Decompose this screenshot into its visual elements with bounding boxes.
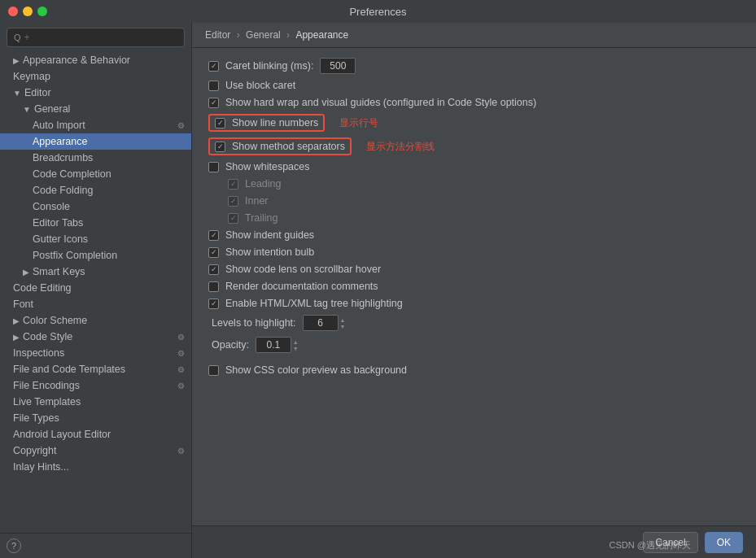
- sidebar-item-live-templates[interactable]: Live Templates: [0, 394, 191, 410]
- block-caret-checkbox[interactable]: [208, 81, 219, 91]
- expand-arrow: ▼: [13, 89, 21, 98]
- sidebar-label: Code Editing: [13, 282, 72, 294]
- ok-button[interactable]: OK: [705, 532, 743, 553]
- sidebar-item-code-folding[interactable]: Code Folding: [0, 182, 191, 198]
- show-method-sep-checkbox[interactable]: [215, 142, 225, 152]
- levels-highlight-input[interactable]: [303, 315, 339, 331]
- show-method-sep-annotation: 显示方法分割线: [366, 140, 435, 154]
- sidebar-item-copyright[interactable]: Copyright ⚙: [0, 442, 191, 459]
- show-line-numbers-annotation: 显示行号: [339, 116, 378, 130]
- sidebar-item-code-style[interactable]: ▶ Code Style ⚙: [0, 329, 191, 345]
- sidebar-item-appearance[interactable]: Appearance: [0, 133, 191, 150]
- sidebar-label: File Types: [13, 412, 59, 424]
- show-whitespaces-checkbox[interactable]: [208, 162, 219, 172]
- show-code-lens-row: Show code lens on scrollbar hover: [208, 264, 740, 275]
- sidebar-item-gutter-icons[interactable]: Gutter Icons: [0, 231, 191, 247]
- show-whitespaces-row: Show whitespaces: [208, 161, 740, 172]
- sidebar-item-smart-keys[interactable]: ▶ Smart Keys: [0, 264, 191, 280]
- show-method-sep-label: Show method separators: [232, 141, 345, 152]
- sidebar: Q + ▶ Appearance & Behavior Keymap ▼ Edi…: [0, 23, 192, 558]
- leading-label: Leading: [245, 178, 282, 190]
- window-title: Preferences: [349, 6, 406, 18]
- leading-checkbox[interactable]: [228, 179, 238, 190]
- sidebar-label: Auto Import: [33, 120, 85, 131]
- settings-icon: ⚙: [177, 447, 185, 456]
- trailing-checkbox[interactable]: [228, 213, 238, 224]
- show-indent-guides-checkbox[interactable]: [208, 230, 219, 241]
- opacity-input[interactable]: [256, 337, 291, 353]
- show-code-lens-checkbox[interactable]: [208, 264, 219, 275]
- cancel-button[interactable]: Cancel: [643, 532, 697, 553]
- render-doc-comments-checkbox[interactable]: [208, 281, 219, 292]
- preferences-window: Preferences Q + ▶ Appearance & Behavior …: [0, 0, 756, 558]
- show-line-numbers-checkbox[interactable]: [215, 118, 225, 129]
- sidebar-item-code-completion[interactable]: Code Completion: [0, 166, 191, 182]
- sidebar-item-keymap[interactable]: Keymap: [0, 68, 191, 85]
- levels-increment[interactable]: ▲: [340, 317, 346, 323]
- hard-wrap-checkbox[interactable]: [208, 98, 219, 108]
- opacity-decrement[interactable]: ▼: [293, 346, 299, 351]
- search-placeholder: +: [24, 32, 30, 43]
- enable-html-xml-checkbox[interactable]: [208, 299, 219, 309]
- sidebar-label: Appearance & Behavior: [23, 54, 130, 66]
- caret-blinking-input[interactable]: [320, 58, 356, 74]
- sidebar-label: Editor Tabs: [33, 217, 83, 229]
- sidebar-item-appearance-behavior[interactable]: ▶ Appearance & Behavior: [0, 52, 191, 68]
- main-panel: Editor › General › Appearance Caret blin…: [192, 23, 756, 558]
- leading-row: Leading: [228, 178, 740, 190]
- sidebar-item-postfix-completion[interactable]: Postfix Completion: [0, 247, 191, 264]
- sidebar-tree: ▶ Appearance & Behavior Keymap ▼ Editor …: [0, 52, 191, 533]
- sidebar-item-breadcrumbs[interactable]: Breadcrumbs: [0, 150, 191, 166]
- sidebar-label: Console: [33, 201, 70, 212]
- sidebar-item-auto-import[interactable]: Auto Import ⚙: [0, 117, 191, 133]
- help-icon: ?: [11, 541, 16, 551]
- sidebar-label: Inlay Hints...: [13, 461, 69, 473]
- sidebar-item-editor[interactable]: ▼ Editor: [0, 85, 191, 101]
- levels-decrement[interactable]: ▼: [340, 324, 346, 329]
- bottom-bar: Cancel OK: [192, 525, 756, 558]
- sidebar-item-general[interactable]: ▼ General: [0, 101, 191, 117]
- show-indent-guides-label: Show indent guides: [225, 229, 314, 241]
- line-numbers-highlight-box: Show line numbers: [208, 114, 325, 132]
- sidebar-item-inlay-hints[interactable]: Inlay Hints...: [0, 459, 191, 475]
- hard-wrap-row: Show hard wrap and visual guides (config…: [208, 97, 740, 108]
- breadcrumb-general: General: [246, 29, 281, 41]
- minimize-button[interactable]: [23, 7, 33, 16]
- sidebar-item-editor-tabs[interactable]: Editor Tabs: [0, 215, 191, 231]
- sidebar-label: Inspections: [13, 347, 64, 359]
- show-intention-bulb-row: Show intention bulb: [208, 246, 740, 258]
- show-intention-bulb-checkbox[interactable]: [208, 247, 219, 258]
- sidebar-item-code-editing[interactable]: Code Editing: [0, 280, 191, 296]
- expand-arrow: ▶: [13, 56, 20, 65]
- opacity-spinner: ▲ ▼: [256, 337, 299, 353]
- hard-wrap-label: Show hard wrap and visual guides (config…: [225, 97, 536, 108]
- sidebar-item-font[interactable]: Font: [0, 296, 191, 312]
- help-button[interactable]: ?: [7, 538, 21, 553]
- sidebar-label: Smart Keys: [33, 266, 85, 277]
- expand-arrow: ▶: [13, 316, 20, 325]
- sidebar-item-file-code-templates[interactable]: File and Code Templates ⚙: [0, 361, 191, 377]
- expand-arrow: ▶: [13, 333, 20, 342]
- breadcrumb-sep1: ›: [237, 29, 243, 41]
- breadcrumb-sep2: ›: [286, 29, 292, 41]
- maximize-button[interactable]: [37, 7, 47, 16]
- settings-icon: ⚙: [177, 381, 185, 390]
- sidebar-item-console[interactable]: Console: [0, 198, 191, 215]
- show-css-color-checkbox[interactable]: [208, 365, 219, 376]
- sidebar-item-file-encodings[interactable]: File Encodings ⚙: [0, 377, 191, 394]
- enable-html-xml-label: Enable HTML/XML tag tree highlighting: [225, 298, 403, 309]
- sidebar-item-inspections[interactable]: Inspections ⚙: [0, 345, 191, 361]
- render-doc-comments-label: Render documentation comments: [225, 281, 378, 292]
- inner-checkbox[interactable]: [228, 196, 238, 207]
- sidebar-item-android-layout-editor[interactable]: Android Layout Editor: [0, 426, 191, 442]
- caret-blinking-checkbox[interactable]: [208, 61, 219, 72]
- caret-blinking-label: Caret blinking (ms):: [225, 60, 313, 72]
- method-sep-highlight-box: Show method separators: [208, 137, 352, 155]
- settings-icon: ⚙: [177, 365, 185, 374]
- sidebar-label: Font: [13, 299, 33, 310]
- close-button[interactable]: [8, 7, 18, 16]
- search-box[interactable]: Q +: [7, 28, 185, 47]
- sidebar-item-file-types[interactable]: File Types: [0, 410, 191, 426]
- opacity-increment[interactable]: ▲: [293, 339, 299, 345]
- sidebar-item-color-scheme[interactable]: ▶ Color Scheme: [0, 312, 191, 329]
